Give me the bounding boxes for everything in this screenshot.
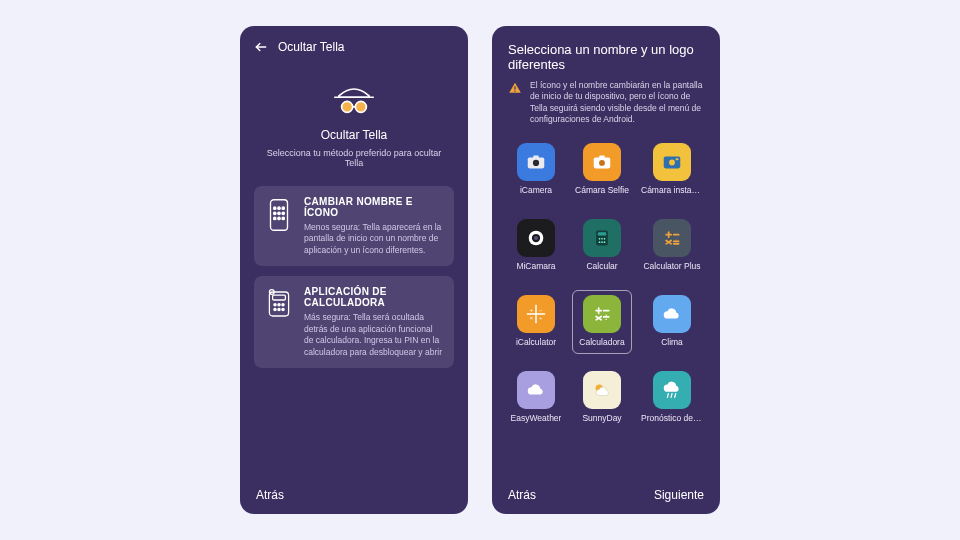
svg-point-6	[274, 207, 276, 209]
svg-rect-25	[514, 91, 515, 92]
phone-select-icon: Selecciona un nombre y un logo diferente…	[492, 26, 720, 514]
svg-point-13	[278, 217, 280, 219]
svg-point-20	[274, 309, 276, 311]
camera-lens-icon	[517, 219, 555, 257]
hero-title: Ocultar Tella	[321, 128, 387, 142]
camera-icon	[653, 143, 691, 181]
app-option-pronostico[interactable]: Pronóstico del tiempo	[638, 366, 706, 430]
svg-text:+: +	[530, 307, 533, 313]
svg-point-7	[278, 207, 280, 209]
app-option-easyweather[interactable]: EasyWeather	[506, 366, 566, 430]
camera-icon	[583, 143, 621, 181]
svg-point-9	[274, 212, 276, 214]
svg-point-43	[599, 241, 601, 243]
footer: Atrás	[240, 476, 468, 514]
footer: Atrás Siguiente	[492, 476, 720, 514]
svg-point-44	[601, 241, 603, 243]
card-title: CAMBIAR NOMBRE E ÍCONO	[304, 196, 444, 218]
svg-text:÷: ÷	[539, 315, 542, 321]
svg-point-18	[278, 304, 280, 306]
app-option-calculadora[interactable]: Calculadora	[572, 290, 632, 354]
svg-point-27	[533, 160, 539, 166]
app-icon-grid: iCamera Cámara Selfie Cámara instantánea…	[492, 136, 720, 430]
svg-rect-31	[599, 155, 605, 158]
card-change-name-icon[interactable]: CAMBIAR NOMBRE E ÍCONO Menos segura: Tel…	[254, 186, 454, 266]
svg-point-21	[278, 309, 280, 311]
calc-grid-icon: +−×÷	[517, 295, 555, 333]
calculator-outline-icon	[264, 286, 294, 358]
cloud-icon	[653, 295, 691, 333]
svg-point-14	[282, 217, 284, 219]
hero: Ocultar Tella Selecciona tu método prefe…	[240, 62, 468, 176]
sun-cloud-icon	[583, 371, 621, 409]
svg-text:×: ×	[530, 315, 533, 321]
app-label: Cámara Selfie	[575, 185, 629, 195]
svg-point-42	[604, 238, 606, 240]
svg-point-12	[274, 217, 276, 219]
svg-rect-16	[273, 296, 286, 301]
back-button[interactable]: Atrás	[256, 488, 284, 502]
svg-point-68	[606, 319, 607, 320]
card-title: APLICACIÓN DE CALCULADORA	[304, 286, 444, 308]
app-label: Cámara instantánea	[641, 185, 703, 195]
svg-point-41	[601, 238, 603, 240]
svg-line-71	[671, 394, 672, 398]
calc-ops-icon	[653, 219, 691, 257]
app-label: Calculadora	[579, 337, 624, 347]
app-option-camara-instantanea[interactable]: Cámara instantánea	[638, 138, 706, 202]
svg-point-67	[606, 314, 607, 315]
app-label: iCalculator	[516, 337, 556, 347]
svg-point-11	[282, 212, 284, 214]
svg-point-3	[355, 101, 366, 112]
warning-icon	[508, 80, 522, 126]
next-button[interactable]: Siguiente	[654, 488, 704, 502]
svg-point-2	[342, 101, 353, 112]
app-label: MiCamara	[516, 261, 555, 271]
svg-point-8	[282, 207, 284, 209]
app-label: SunnyDay	[582, 413, 621, 423]
svg-point-45	[604, 241, 606, 243]
incognito-icon	[332, 80, 376, 120]
app-label: Pronóstico del tiempo	[641, 413, 703, 423]
svg-rect-24	[514, 86, 515, 90]
warning-banner: El ícono y el nombre cambiarán en la pan…	[492, 80, 720, 136]
svg-point-10	[278, 212, 280, 214]
app-option-sunnyday[interactable]: SunnyDay	[572, 366, 632, 430]
svg-point-19	[282, 304, 284, 306]
back-button[interactable]: Atrás	[508, 488, 536, 502]
card-desc: Menos segura: Tella aparecerá en la pant…	[304, 222, 444, 256]
svg-point-30	[599, 160, 605, 166]
phone-grid-icon	[264, 196, 294, 256]
app-label: Calcular	[586, 261, 617, 271]
phone-hide-method: Ocultar Tella Ocultar Tella Selecciona t…	[240, 26, 468, 514]
app-label: EasyWeather	[511, 413, 562, 423]
svg-line-72	[675, 394, 676, 398]
cloud-icon	[517, 371, 555, 409]
card-calculator-app[interactable]: APLICACIÓN DE CALCULADORA Más segura: Te…	[254, 276, 454, 368]
calculator-icon	[583, 219, 621, 257]
page-title: Selecciona un nombre y un logo diferente…	[492, 26, 720, 80]
svg-rect-39	[598, 232, 606, 235]
svg-text:−: −	[539, 307, 542, 313]
app-option-micamara[interactable]: MiCamara	[506, 214, 566, 278]
app-option-camara-selfie[interactable]: Cámara Selfie	[572, 138, 632, 202]
app-option-clima[interactable]: Clima	[638, 290, 706, 354]
svg-rect-34	[676, 158, 679, 160]
back-arrow-icon[interactable]	[254, 40, 268, 54]
app-option-icalculator[interactable]: +−×÷ iCalculator	[506, 290, 566, 354]
calc-ops-icon	[583, 295, 621, 333]
header: Ocultar Tella	[240, 26, 468, 62]
svg-point-17	[274, 304, 276, 306]
svg-point-37	[534, 236, 538, 240]
svg-rect-28	[533, 155, 539, 158]
app-option-calcular[interactable]: Calcular	[572, 214, 632, 278]
hero-subtitle: Selecciona tu método preferido para ocul…	[258, 148, 450, 168]
app-option-calculator-plus[interactable]: Calculator Plus	[638, 214, 706, 278]
app-label: Calculator Plus	[643, 261, 700, 271]
app-label: iCamera	[520, 185, 552, 195]
app-label: Clima	[661, 337, 683, 347]
header-title: Ocultar Tella	[278, 40, 344, 54]
camera-icon	[517, 143, 555, 181]
method-cards: CAMBIAR NOMBRE E ÍCONO Menos segura: Tel…	[240, 176, 468, 378]
app-option-icamera[interactable]: iCamera	[506, 138, 566, 202]
